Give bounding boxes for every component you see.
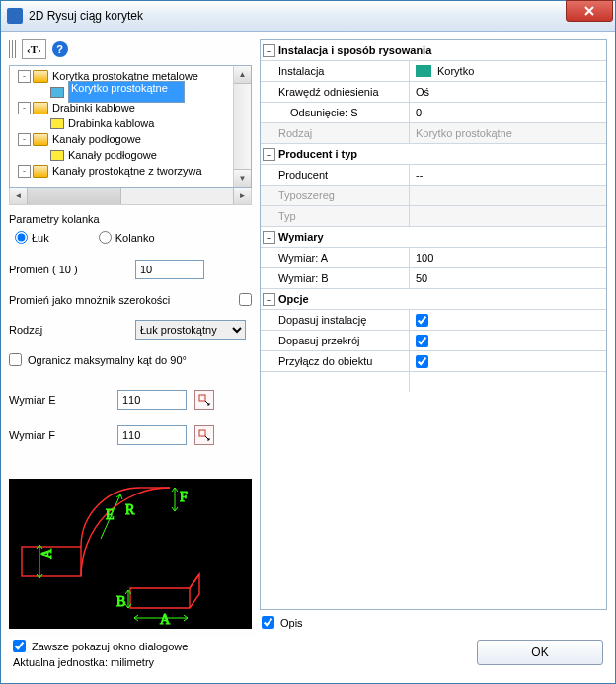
collapse-icon[interactable]: – bbox=[263, 231, 275, 244]
tree-item-label: Kanały podłogowe bbox=[68, 149, 157, 161]
dopasuj-przekroj-checkbox[interactable] bbox=[416, 335, 428, 347]
tree-row[interactable]: Korytko prostokątne bbox=[12, 84, 231, 100]
tree-view[interactable]: -Korytka prostokątne metaloweKorytko pro… bbox=[9, 65, 252, 188]
app-icon bbox=[7, 8, 23, 24]
params-heading: Parametry kolanka bbox=[9, 213, 252, 225]
pg-dopinst-key: Dopasuj instalację bbox=[261, 310, 409, 330]
pg-przylacz-key: Przyłącz do obiektu bbox=[261, 351, 409, 371]
tree-row[interactable]: -Kanały podłogowe bbox=[12, 131, 231, 147]
close-icon bbox=[584, 6, 594, 16]
collapse-icon[interactable]: – bbox=[263, 148, 275, 161]
always-show-checkbox[interactable] bbox=[13, 640, 26, 652]
preview-diagram: A E R F B A bbox=[9, 479, 252, 629]
tree-hscrollbar[interactable]: ◄ ► bbox=[9, 188, 252, 205]
tree-toggle-icon[interactable]: - bbox=[18, 102, 31, 114]
pg-wyma-val[interactable]: 100 bbox=[409, 248, 606, 267]
tree-row[interactable]: Drabinka kablowa bbox=[12, 115, 231, 131]
promien-input[interactable] bbox=[135, 260, 204, 279]
tree-row[interactable]: -Kanały prostokątne z tworzywa bbox=[12, 163, 231, 179]
right-panel: –Instalacja i sposób rysowania Instalacj… bbox=[260, 32, 615, 637]
rodzaj-select[interactable]: Łuk prostokątny bbox=[135, 320, 246, 340]
svg-text:B: B bbox=[116, 594, 125, 609]
ogranicz-checkbox[interactable] bbox=[9, 353, 22, 366]
toolbar-grip-icon bbox=[9, 40, 16, 58]
always-show-row[interactable]: Zawsze pokazuj okno dialogowe bbox=[13, 640, 188, 652]
svg-text:R: R bbox=[125, 502, 135, 517]
wymiar-f-input[interactable] bbox=[117, 425, 187, 445]
pg-wymb-val[interactable]: 50 bbox=[409, 268, 606, 288]
pg-odsun-val[interactable]: 0 bbox=[409, 103, 606, 122]
scroll-down-button[interactable]: ▼ bbox=[234, 169, 251, 187]
units-label: Aktualna jednostka: milimetry bbox=[13, 656, 188, 668]
property-grid[interactable]: –Instalacja i sposób rysowania Instalacj… bbox=[260, 39, 607, 610]
pg-dopprzek-val[interactable] bbox=[409, 331, 606, 350]
pg-empty-val bbox=[409, 372, 606, 392]
help-button[interactable]: ? bbox=[52, 41, 68, 57]
scroll-left-button[interactable]: ◄ bbox=[10, 188, 28, 204]
item-icon bbox=[50, 150, 64, 161]
ogranicz-label: Ogranicz maksymalny kąt do 90° bbox=[28, 354, 187, 366]
pg-dopinst-val[interactable] bbox=[409, 310, 606, 330]
promien-mnoznik-checkbox[interactable] bbox=[239, 293, 252, 306]
tree-toggle-icon[interactable]: - bbox=[18, 165, 31, 178]
text-tool-button[interactable]: ‹T› bbox=[22, 39, 46, 59]
pg-cat-producent: Producent i typ bbox=[278, 148, 357, 160]
pg-cat-wymiary: Wymiary bbox=[278, 231, 324, 243]
pg-instalacja-key: Instalacja bbox=[261, 61, 409, 81]
tree-vscrollbar[interactable]: ▲ ▼ bbox=[233, 66, 251, 187]
window-title: 2D Rysuj ciąg korytek bbox=[29, 9, 566, 23]
pg-cat-install: Instalacja i sposób rysowania bbox=[278, 44, 431, 56]
folder-icon bbox=[33, 165, 48, 178]
hscroll-track[interactable] bbox=[28, 188, 233, 204]
pg-krawedz-key: Krawędź odniesienia bbox=[261, 82, 409, 102]
pg-producent-val[interactable]: -- bbox=[409, 165, 606, 185]
svg-text:A: A bbox=[39, 548, 54, 559]
radio-kolanko-input[interactable] bbox=[99, 231, 112, 244]
radio-luk-input[interactable] bbox=[15, 231, 28, 244]
pg-typoszereg-key: Typoszereg bbox=[261, 186, 409, 205]
pg-odsun-key: Odsunięcie: S bbox=[261, 103, 409, 122]
hscroll-thumb[interactable] bbox=[28, 188, 121, 204]
tree-toggle-icon[interactable]: - bbox=[18, 70, 31, 83]
svg-text:A: A bbox=[160, 612, 171, 627]
collapse-icon[interactable]: – bbox=[263, 293, 275, 306]
picker-icon bbox=[198, 394, 210, 406]
item-icon bbox=[50, 87, 64, 98]
pg-krawedz-val[interactable]: Oś bbox=[409, 82, 606, 102]
pg-empty bbox=[261, 372, 409, 392]
tree-item-label: Kanały prostokątne z tworzywa bbox=[52, 165, 202, 177]
opis-label: Opis bbox=[280, 617, 303, 629]
pg-instalacja-val[interactable]: Korytko bbox=[409, 61, 606, 81]
left-toolbar: ‹T› ? bbox=[9, 39, 252, 59]
always-show-label: Zawsze pokazuj okno dialogowe bbox=[32, 641, 188, 652]
color-swatch-icon bbox=[416, 65, 431, 77]
tree-toggle-icon[interactable]: - bbox=[18, 133, 31, 146]
close-button[interactable] bbox=[566, 0, 613, 22]
radio-luk[interactable]: Łuk bbox=[15, 231, 49, 244]
tree-row[interactable]: Kanały podłogowe bbox=[12, 147, 231, 163]
pg-typoszereg-val bbox=[409, 186, 606, 205]
przylacz-checkbox[interactable] bbox=[416, 355, 428, 368]
scroll-up-button[interactable]: ▲ bbox=[234, 66, 251, 84]
pg-typ-val bbox=[409, 206, 606, 226]
wymiar-e-label: Wymiar E bbox=[9, 394, 117, 406]
collapse-icon[interactable]: – bbox=[263, 44, 275, 57]
dopasuj-instalacje-checkbox[interactable] bbox=[416, 314, 428, 327]
scroll-right-button[interactable]: ► bbox=[233, 188, 251, 204]
pg-przylacz-val[interactable] bbox=[409, 351, 606, 371]
opis-checkbox[interactable] bbox=[262, 616, 274, 629]
pick-e-button[interactable] bbox=[194, 390, 214, 410]
ok-button[interactable]: OK bbox=[477, 640, 603, 665]
promien-mnoznik-label: Promień jako mnożnik szerokości bbox=[9, 294, 170, 306]
radio-kolanko-label: Kolanko bbox=[116, 232, 155, 244]
radio-kolanko[interactable]: Kolanko bbox=[99, 231, 155, 244]
svg-text:F: F bbox=[180, 490, 188, 504]
tree-row[interactable]: -Drabinki kablowe bbox=[12, 100, 231, 115]
wymiar-e-input[interactable] bbox=[117, 390, 187, 410]
svg-text:E: E bbox=[106, 507, 115, 522]
footer: Zawsze pokazuj okno dialogowe Aktualna j… bbox=[1, 636, 615, 683]
pick-f-button[interactable] bbox=[194, 425, 214, 445]
folder-icon bbox=[33, 102, 48, 114]
pg-dopprzek-key: Dopasuj przekrój bbox=[261, 331, 409, 350]
radio-luk-label: Łuk bbox=[32, 232, 49, 244]
